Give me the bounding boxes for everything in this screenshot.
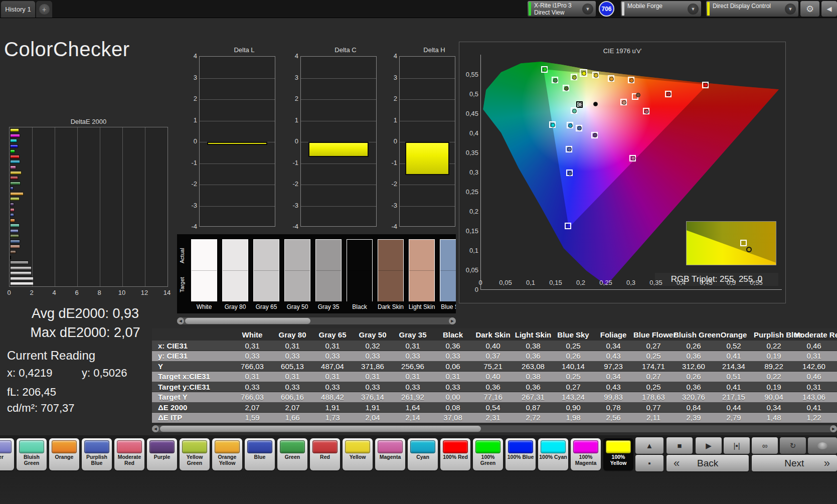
mini-chart-y-tick: 2 — [385, 95, 397, 102]
table-cell: 0,44 — [714, 403, 754, 412]
table-cell: 0,32 — [353, 342, 393, 350]
patch-button-green[interactable]: Green — [277, 438, 307, 470]
cie-y-tick: 0,3 — [469, 169, 478, 176]
scroll-left-icon[interactable]: ◄ — [177, 317, 184, 324]
table-cell: 0,34 — [754, 403, 794, 412]
table-cell: 0,33 — [232, 352, 272, 360]
step-button[interactable]: |▪| — [724, 437, 750, 454]
table-cell: 0,19 — [754, 352, 794, 360]
frame-button[interactable]: ▪ — [635, 455, 663, 471]
source-status-bar — [622, 2, 624, 16]
patch-button-100-cyan[interactable]: 100% Cyan — [538, 438, 568, 470]
play-button[interactable]: ▶ — [696, 437, 722, 454]
patch-button-blue[interactable]: Blue — [245, 438, 275, 470]
refresh-icon: ↻ — [790, 441, 796, 450]
table-cell: 0,31 — [794, 383, 834, 391]
workflow-dropdown[interactable]: Direct Display Control ▼ — [706, 1, 798, 17]
patch-button-purplish-blue[interactable]: Purplish Blue — [82, 438, 112, 470]
table-cell: 0,34 — [593, 342, 633, 350]
patch-button-bluish-green[interactable]: Bluish Green — [17, 438, 47, 470]
scrollbar-thumb[interactable] — [185, 318, 310, 324]
deltae-x-tick: 6 — [75, 289, 78, 296]
patch-label: Purple — [147, 454, 177, 460]
stop-button[interactable]: ■ — [666, 437, 693, 454]
deltae-x-tick: 4 — [52, 289, 56, 296]
table-cell: 0,41 — [714, 383, 754, 391]
loop-button[interactable]: ∞ — [752, 437, 778, 454]
patch-label: Cyan — [408, 454, 437, 460]
swatch-label: Gray 35 — [313, 303, 344, 310]
patch-button-purple[interactable]: Purple — [147, 438, 177, 470]
patch-button-orange[interactable]: Orange — [49, 438, 79, 470]
swatch-strip-scrollbar[interactable]: ◄ ► — [177, 317, 456, 324]
back-button[interactable]: «Back — [666, 455, 749, 471]
cie-measured-dot — [622, 100, 626, 105]
swatch-gray-35 — [315, 239, 342, 301]
table-scrollbar[interactable]: ◄ ► — [152, 425, 837, 432]
table-cell: 2,39 — [674, 413, 714, 422]
ghost-button[interactable] — [808, 437, 837, 454]
table-cell: 90,04 — [754, 393, 794, 401]
scroll-right-icon[interactable]: ► — [449, 317, 456, 324]
luminance-badge[interactable]: 706 — [599, 1, 614, 17]
deltae-x-tick: 10 — [118, 289, 125, 296]
cie-x-tick: 0,3 — [626, 279, 635, 286]
table-cell: 0,33 — [433, 352, 473, 360]
cie-y-tick: 0,4 — [469, 129, 478, 137]
collapse-panel-button[interactable]: ◀ — [821, 1, 837, 17]
table-cell: 2,31 — [473, 413, 513, 422]
cie-y-tick: 0,05 — [466, 266, 478, 274]
cie-measured-dot — [594, 73, 598, 78]
patch-button-100-green[interactable]: 100% Green — [473, 438, 503, 470]
patch-button-yellow[interactable]: Yellow — [343, 438, 373, 470]
patch-button-100-magenta[interactable]: 100% Magenta — [571, 438, 601, 470]
patch-button-yellow-green[interactable]: Yellow Green — [180, 438, 210, 470]
table-cell: 0,25 — [633, 383, 674, 391]
cie-measured-dot — [631, 156, 635, 160]
up-button[interactable]: ▲ — [635, 437, 663, 454]
table-row-label: Y — [152, 362, 232, 371]
table-row-label: Target x:CIE31 — [152, 372, 232, 381]
table-row: ΔE 20002,072,071,911,911,640,080,540,870… — [152, 402, 837, 412]
settings-button[interactable]: ⚙ — [800, 1, 819, 17]
meter-dropdown[interactable]: X-Rite i1Pro 3 Direct View ▼ — [528, 1, 596, 17]
ghost-icon — [817, 442, 827, 449]
patch-label: Bluish Green — [17, 454, 46, 466]
patch-button-moderate-red[interactable]: Moderate Red — [114, 438, 144, 470]
table-cell: 0,51 — [714, 372, 754, 381]
deltae-bar-light-skin — [10, 245, 20, 248]
mini-chart-y-tick: -3 — [185, 202, 197, 209]
scrollbar-thumb[interactable] — [160, 426, 481, 432]
new-tab-button[interactable]: + — [36, 1, 52, 18]
patch-button-100-red[interactable]: 100% Red — [440, 438, 470, 470]
patch-button-100-yellow[interactable]: 100% Yellow — [603, 438, 633, 470]
patch-button-wer[interactable]: wer — [0, 438, 14, 470]
mini-chart-bar — [207, 142, 267, 145]
refresh-button[interactable]: ↻ — [780, 437, 806, 454]
table-cell: 0,33 — [433, 383, 473, 391]
patch-label: 100% Cyan — [539, 454, 568, 460]
table-cell: 0,31 — [353, 372, 393, 381]
scroll-left-icon[interactable]: ◄ — [152, 425, 159, 432]
table-cell: 0,43 — [593, 383, 633, 391]
next-button[interactable]: Next» — [752, 455, 837, 471]
tab-history-1[interactable]: History 1 — [1, 1, 35, 18]
mini-chart-bar — [405, 142, 449, 175]
mini-chart-plot — [199, 56, 275, 227]
source-dropdown[interactable]: Mobile Forge ▼ — [621, 1, 701, 17]
mini-chart-y-tick: 0 — [385, 137, 397, 145]
patch-button-100-blue[interactable]: 100% Blue — [506, 438, 536, 470]
table-cell: 261,92 — [393, 393, 433, 401]
table-row-label: ΔE ITP — [152, 413, 232, 422]
table-cell: 0,26 — [553, 352, 593, 360]
table-cell: 178,63 — [633, 393, 674, 401]
cie-y-tick: 0 — [475, 286, 478, 293]
patch-button-red[interactable]: Red — [310, 438, 340, 470]
table-cell: 0,27 — [633, 342, 674, 350]
patch-button-cyan[interactable]: Cyan — [408, 438, 438, 470]
swatch-label: Blue Sky — [437, 303, 456, 310]
actual-target-swatch-strip: ActualTargetWhiteGray 80Gray 65Gray 50Gr… — [177, 234, 456, 313]
scroll-right-icon[interactable]: ► — [830, 425, 837, 432]
patch-button-orange-yellow[interactable]: Orange Yellow — [212, 438, 242, 470]
patch-button-magenta[interactable]: Magenta — [375, 438, 405, 470]
